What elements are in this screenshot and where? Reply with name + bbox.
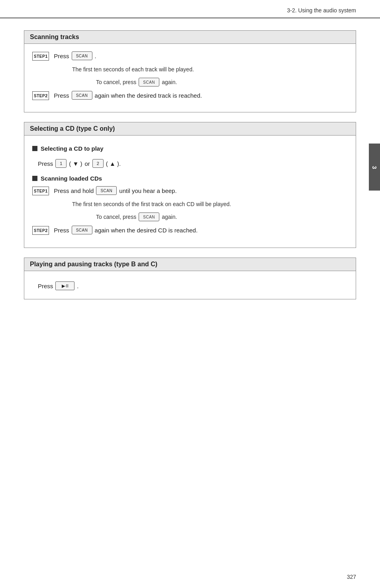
main-content: Scanning tracks STEP 1 Press SCAN . The … <box>0 30 380 325</box>
page-footer: 327 <box>347 574 356 580</box>
cd-btn-2[interactable]: 2 <box>92 159 104 168</box>
scan-button-cd-2[interactable]: SCAN <box>72 226 92 234</box>
step-1-row: STEP 1 Press SCAN . <box>32 51 348 61</box>
play-pause-press-row: Press ▶·II . <box>32 278 348 292</box>
step-2-press: Press <box>54 92 69 99</box>
cd-step-2-badge: STEP 2 <box>32 226 49 235</box>
step-1-label: STEP <box>34 54 45 59</box>
cd-step-1-suffix: until you hear a beep. <box>119 187 176 194</box>
section-scanning-tracks: Scanning tracks STEP 1 Press SCAN . The … <box>24 30 356 112</box>
cd-cancel-prefix-1: To cancel, press <box>96 214 136 220</box>
cd-step-1-desc: The first ten seconds of the first track… <box>72 200 348 208</box>
scan-button-1[interactable]: SCAN <box>72 51 92 60</box>
step-1-period: . <box>95 53 96 59</box>
section-title-scanning-tracks: Scanning tracks <box>24 31 356 44</box>
cd-step-2-num: 2 <box>45 228 47 233</box>
cd-step-2-press: Press <box>54 227 69 234</box>
step-1-cancel-row: To cancel, press SCAN again. <box>96 78 348 87</box>
step-2-num: 2 <box>45 93 47 98</box>
select-cd-paren2: ( ▲ ). <box>106 160 121 167</box>
section-title-playing-pausing: Playing and pausing tracks (type B and C… <box>24 258 356 271</box>
step-1-desc: The first ten seconds of each track will… <box>72 65 348 74</box>
bullet-square-1 <box>32 146 37 151</box>
step-2-badge: STEP 2 <box>32 91 49 100</box>
side-tab-number: 3 <box>371 166 378 170</box>
scan-button-2[interactable]: SCAN <box>72 91 92 100</box>
header-title: 3-2. Using the audio system <box>287 7 356 14</box>
section-body-selecting-cd: Selecting a CD to play Press 1 ( ▼ ) or … <box>24 136 356 248</box>
section-body-playing-pausing: Press ▶·II . <box>24 271 356 299</box>
subsection-title-selecting: Selecting a CD to play <box>32 145 348 152</box>
subsection-label-selecting: Selecting a CD to play <box>41 145 104 152</box>
scan-button-cancel-1[interactable]: SCAN <box>139 78 159 87</box>
select-cd-press-row: Press 1 ( ▼ ) or 2 ( ▲ ). <box>32 156 348 169</box>
step-2-row: STEP 2 Press SCAN again when the desired… <box>32 90 348 100</box>
cancel-prefix-1: To cancel, press <box>96 79 136 85</box>
cd-step-2-row: STEP 2 Press SCAN again when the desired… <box>32 225 348 235</box>
subsection-label-scanning: Scanning loaded CDs <box>41 175 102 182</box>
section-selecting-cd: Selecting a CD (type C only) Selecting a… <box>24 122 356 248</box>
play-pause-press-label: Press <box>38 283 53 289</box>
subsection-title-scanning-loaded: Scanning loaded CDs <box>32 175 348 182</box>
cd-step-1-badge: STEP 1 <box>32 187 49 195</box>
side-tab: 3 Interior features <box>369 144 380 191</box>
cd-step-1-cancel-row: To cancel, press SCAN again. <box>96 212 348 221</box>
scan-button-cd-cancel[interactable]: SCAN <box>139 212 159 221</box>
cd-step-1-row: STEP 1 Press and hold SCAN until you hea… <box>32 186 348 195</box>
page-header: 3-2. Using the audio system <box>0 0 380 18</box>
select-cd-paren1: ( ▼ ) <box>69 160 82 167</box>
cd-step-2-suffix: again when the desired CD is reached. <box>95 227 198 234</box>
step-1-press: Press <box>54 53 69 59</box>
subsection-selecting-cd-play: Selecting a CD to play Press 1 ( ▼ ) or … <box>32 145 348 169</box>
play-pause-button[interactable]: ▶·II <box>55 281 74 290</box>
select-cd-or: or <box>85 160 90 167</box>
select-cd-press-label: Press <box>38 160 53 167</box>
page-number: 327 <box>347 574 356 580</box>
cancel-suffix-1: again. <box>162 79 177 85</box>
cd-step-1-label: STEP <box>34 189 45 193</box>
subsection-scanning-loaded: Scanning loaded CDs STEP 1 Press and hol… <box>32 175 348 235</box>
cd-step-1-num: 1 <box>45 189 47 193</box>
cd-btn-1[interactable]: 1 <box>55 159 67 168</box>
scan-button-cd-1[interactable]: SCAN <box>96 186 117 195</box>
step-1-num: 1 <box>45 54 47 59</box>
step-1-badge: STEP 1 <box>32 52 49 61</box>
play-pause-period: . <box>77 283 78 289</box>
section-playing-pausing: Playing and pausing tracks (type B and C… <box>24 258 356 299</box>
cd-step-2-label: STEP <box>34 228 45 233</box>
step-2-label: STEP <box>34 94 45 98</box>
bullet-square-2 <box>32 176 37 181</box>
cd-step-1-press: Press and hold <box>54 187 94 194</box>
section-title-selecting-cd: Selecting a CD (type C only) <box>24 122 356 136</box>
step-2-suffix: again when the desired track is reached. <box>95 92 202 99</box>
section-body-scanning-tracks: STEP 1 Press SCAN . The first ten second… <box>24 44 356 112</box>
cd-cancel-suffix-1: again. <box>162 214 177 220</box>
